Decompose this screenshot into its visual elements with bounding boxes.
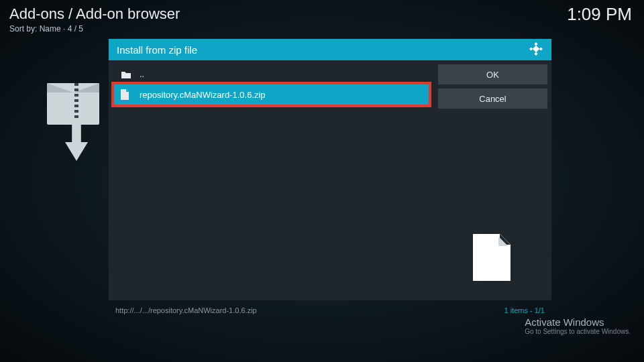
watermark-title: Activate Windows — [525, 316, 631, 328]
footer-items: 1 items - 1/1 — [504, 306, 545, 314]
file-preview — [441, 217, 542, 298]
zip-file-label: repository.cMaNWizard-1.0.6.zip — [140, 90, 266, 100]
cancel-button[interactable]: Cancel — [438, 88, 547, 109]
svg-marker-7 — [498, 237, 508, 246]
clock: 1:09 PM — [567, 4, 632, 25]
file-icon — [121, 89, 133, 100]
breadcrumb-header: Add-ons / Add-on browser Sort by: Name ·… — [9, 5, 180, 34]
ok-button[interactable]: OK — [438, 64, 547, 84]
svg-rect-1 — [534, 52, 537, 55]
zip-file-row[interactable]: repository.cMaNWizard-1.0.6.zip — [114, 84, 429, 105]
windows-activation-watermark: Activate Windows Go to Settings to activ… — [525, 316, 631, 335]
svg-rect-2 — [529, 47, 533, 50]
page-title: Add-ons / Add-on browser — [9, 5, 180, 23]
dialog-titlebar: Install from zip file — [109, 39, 551, 60]
watermark-sub: Go to Settings to activate Windows. — [525, 328, 631, 335]
parent-folder-row[interactable]: .. — [114, 64, 429, 84]
kodi-logo-icon — [529, 42, 543, 58]
svg-rect-3 — [539, 47, 543, 50]
file-list: .. repository.cMaNWizard-1.0.6.zip — [109, 60, 434, 300]
sort-status: Sort by: Name · 4 / 5 — [9, 24, 180, 34]
dialog-title-text: Install from zip file — [117, 44, 197, 56]
svg-rect-4 — [533, 45, 539, 52]
dialog-footer: http://.../.../repository.cMaNWizard-1.0… — [109, 303, 551, 318]
footer-path: http://.../.../repository.cMaNWizard-1.0… — [115, 306, 257, 314]
zip-file-icon — [47, 80, 106, 147]
folder-up-icon — [121, 70, 133, 79]
dialog-body: .. repository.cMaNWizard-1.0.6.zip OK Ca… — [109, 60, 551, 300]
install-zip-dialog: Install from zip file .. repository.cMaN… — [109, 39, 551, 318]
parent-folder-label: .. — [140, 69, 144, 79]
dialog-side-pane: OK Cancel — [434, 60, 551, 300]
svg-rect-0 — [534, 42, 537, 46]
